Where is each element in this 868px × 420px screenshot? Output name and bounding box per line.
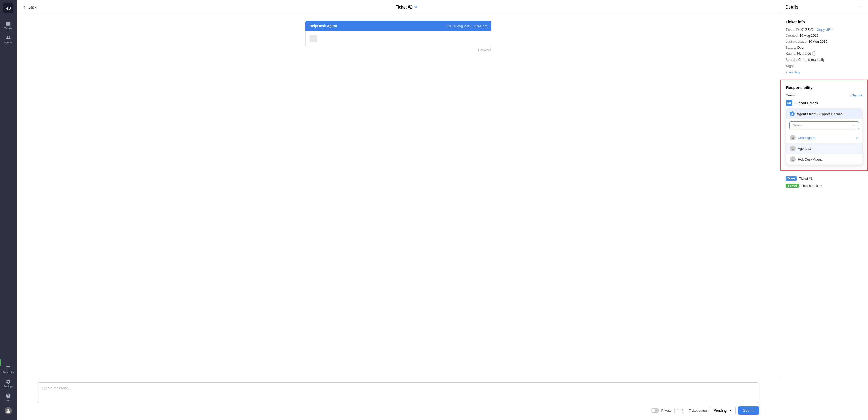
ticket-status-label: Ticket status [689,409,708,413]
private-label: Private [661,409,672,413]
ticket1-name: Ticket #1 [799,177,812,180]
sidebar-item-tickets[interactable]: Tickets [0,19,17,33]
details-title: Details [785,5,798,9]
dropdown-header: Agents from Support Heroes [786,109,862,119]
rating-value: Not rated [797,52,811,56]
sidebar-item-subscribe[interactable]: Subscribe [0,363,17,376]
sidebar-item-help[interactable]: Help [0,391,17,404]
agent1-label: Agent #1 [798,147,811,150]
person-icon [791,112,794,115]
dropdown-option-unassigned[interactable]: Unassigned ✓ [786,132,862,143]
settings-label: Settings [4,385,13,388]
unassigned-option-left: Unassigned [790,135,815,140]
pipe-separator: | [674,409,675,413]
unassigned-avatar [790,135,796,140]
delivered-status: Delivered [305,48,491,52]
attachment-thumbnail [310,35,317,43]
dropdown-option-helpdesk[interactable]: HelpDesk Agent [786,154,862,165]
solved-badge: Solved [785,184,799,188]
unassigned-label: Unassigned [798,136,815,140]
status-dropdown[interactable]: Pending [710,406,736,415]
ticket-title: Ticket #2 [396,5,412,9]
source-row: Source: Created manually [785,58,863,61]
agents-label: Agents [4,41,12,44]
team-label: Team [786,93,795,97]
responsibility-title: Responsibility [786,85,862,90]
dropdown-option-agent1[interactable]: Agent #1 [786,143,862,154]
tickets-label: Tickets [4,27,12,30]
conversation-area: HelpDesk Agent Fri, 30 Aug 2019, 11:41 a… [17,15,780,378]
ticket-info-title: Ticket info [785,20,863,24]
copy-url-button[interactable]: Copy URL [817,28,832,32]
attachment-icon[interactable] [681,409,685,413]
message-placeholder: Type a message... [41,386,71,390]
add-tag-label: + add tag [785,71,800,74]
agent-dropdown: Agents from Support Heroes Search... [786,109,862,165]
related-section: Open Ticket #1 Solved This is a ticket [780,171,868,193]
submit-button[interactable]: Submit [738,406,760,415]
back-button[interactable]: Back [23,5,36,9]
back-arrow-icon [23,5,27,9]
dropdown-header-label: Agents from Support Heroes [797,112,843,116]
sidebar-item-profile[interactable] [0,404,17,417]
created-value: 30 Aug 2019 [800,34,818,37]
tag-area: Tags: + add tag [785,64,863,74]
message-input[interactable]: Type a message... [37,382,760,403]
last-message-value: 30 Aug 2019 [809,39,828,44]
rating-row: Rating: Not rated i [785,52,863,56]
team-row: Team Change [786,93,862,97]
status-value: Pending [714,409,727,413]
edit-icon[interactable]: ✏ [414,5,418,9]
helpdesk-label: HelpDesk Agent [798,158,822,161]
sidebar-item-settings[interactable]: Settings [0,376,17,391]
add-tag-button[interactable]: + add tag [785,71,800,74]
message-body [305,31,491,47]
chevron-down-search-icon [852,123,856,127]
responsibility-section: Responsibility Team Change SH Support He… [780,80,868,171]
search-placeholder: Search... [793,123,806,127]
toggle-switch[interactable] [651,408,659,413]
status-row: Status: Open [785,46,863,49]
ticket-solved-name: This is a ticket [801,184,822,188]
back-label: Back [28,5,36,9]
related-ticket-solved[interactable]: Solved This is a ticket [785,182,863,189]
active-indicator [0,359,1,366]
ticket-icon [6,21,11,26]
avatar [5,407,12,414]
rating-info-icon[interactable]: i [812,52,816,56]
subscribe-icon [6,365,11,370]
main-content: Back Ticket #2 ✏ HelpDesk Agent Fri, 30 … [17,0,780,420]
change-team-button[interactable]: Change [850,93,862,97]
open-badge: Open [785,176,797,180]
subscribe-label: Subscribe [3,371,14,374]
helpdesk-option-left: HelpDesk Agent [790,157,822,162]
chevron-down-icon [729,409,732,412]
agent1-option-left: Agent #1 [790,146,811,151]
agent1-avatar [790,146,796,151]
ticket-id-value: K1GRY2 [801,28,814,32]
related-ticket-1[interactable]: Open Ticket #1 [785,175,863,182]
sidebar-item-agents[interactable]: Agents [0,33,17,47]
more-options-icon[interactable]: ··· [858,4,863,10]
team-avatar: SH [786,100,792,106]
help-label: Help [6,399,11,402]
rating-label: Rating: [785,52,796,56]
sidebar: HD Tickets Agents Subscribe Settings Hel… [0,0,17,420]
ticket-id-row: Ticket ID: K1GRY2 Copy URL [785,28,863,32]
helpdesk-avatar [790,157,796,162]
help-icon [6,393,11,398]
search-field[interactable]: Search... [789,121,859,129]
message-bubble: HelpDesk Agent Fri, 30 Aug 2019, 11:41 a… [305,21,491,47]
user-icon [6,408,11,413]
ticket-title-area: Ticket #2 ✏ [39,5,774,9]
source-label: Source: [785,58,797,61]
topbar: Back Ticket #2 ✏ [17,0,780,15]
helpdesk-person-icon [791,158,795,161]
private-toggle[interactable]: Private | # [651,408,685,413]
dropdown-header-icon [790,111,795,116]
details-header: Details ··· [780,0,868,15]
ticket-status-area: Ticket status Pending Submit [689,406,760,415]
hashtag-icon[interactable]: # [677,409,678,413]
person-outline-icon [791,136,795,139]
team-name: Support Heroes [795,101,818,105]
